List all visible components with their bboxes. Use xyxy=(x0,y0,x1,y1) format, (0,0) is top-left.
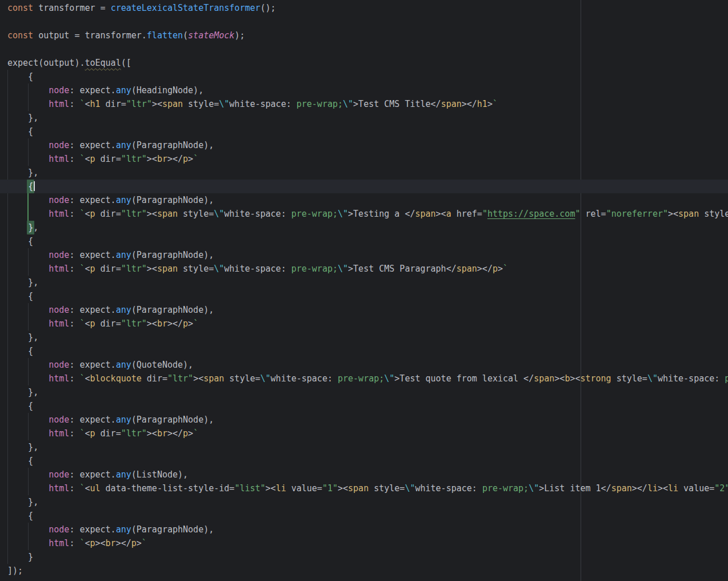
code-token: >< xyxy=(338,483,348,494)
code-line[interactable]: }, xyxy=(0,495,728,509)
code-token xyxy=(7,373,49,384)
code-line[interactable]: node: expect.any(ParagraphNode), xyxy=(0,413,728,427)
code-token: html xyxy=(49,428,69,439)
code-token: : xyxy=(69,483,79,494)
code-line[interactable]: html: `<p dir="ltr"><br></p>` xyxy=(0,317,728,331)
code-line[interactable]: } xyxy=(0,550,728,564)
code-token: html xyxy=(49,373,69,384)
code-token: < xyxy=(85,428,90,439)
code-token: any xyxy=(116,140,131,150)
code-token: "ltr" xyxy=(126,99,152,109)
code-line[interactable]: node: expect.any(HeadingNode), xyxy=(0,83,728,97)
code-token: ` xyxy=(193,154,198,164)
code-token: html xyxy=(49,154,69,164)
code-token xyxy=(7,483,49,494)
code-token: span xyxy=(441,99,462,109)
code-line[interactable]: html: `<p dir="ltr"><br></p>` xyxy=(0,427,728,440)
code-token: p xyxy=(183,319,188,329)
code-token: } xyxy=(7,552,33,562)
code-line[interactable]: html: `<p dir="ltr"><br></p>` xyxy=(0,152,728,166)
code-token: white-space: xyxy=(415,483,482,494)
code-token: >< xyxy=(147,319,157,329)
code-area[interactable]: const transformer = createLexicalStateTr… xyxy=(0,0,728,578)
code-line[interactable]: }, xyxy=(0,440,728,454)
code-token: value= xyxy=(678,483,714,494)
code-token xyxy=(7,469,49,480)
code-line[interactable]: html: `<p dir="ltr"><span style=\"white-… xyxy=(0,262,728,276)
code-token: const xyxy=(7,30,33,41)
code-token: strong xyxy=(580,373,611,384)
code-token: \" xyxy=(261,373,271,384)
code-line[interactable]: html: `<h1 dir="ltr"><span style=\"white… xyxy=(0,97,728,111)
code-line[interactable]: const output = transformer.flatten(state… xyxy=(0,29,728,42)
code-token: br xyxy=(157,154,167,164)
code-line[interactable]: { xyxy=(0,344,728,358)
code-editor[interactable]: const transformer = createLexicalStateTr… xyxy=(0,0,728,581)
code-token: (); xyxy=(261,3,276,13)
code-line[interactable]: }, xyxy=(0,276,728,289)
code-token: span xyxy=(415,209,435,219)
code-token: \" xyxy=(343,99,353,109)
code-line[interactable]: }, xyxy=(0,331,728,344)
code-token: dir= xyxy=(95,264,121,274)
code-line[interactable]: html: `<blockquote dir="ltr"><span style… xyxy=(0,372,728,385)
code-line[interactable]: html: `<p dir="ltr"><span style=\"white-… xyxy=(0,207,728,221)
code-token: any xyxy=(116,85,131,95)
code-token: span xyxy=(457,264,477,274)
code-token: ` xyxy=(193,319,198,329)
code-token: flatten xyxy=(147,30,183,41)
code-token: ` xyxy=(503,264,508,274)
code-token: : expect. xyxy=(69,195,115,205)
code-line[interactable]: expect(output).toEqual([ xyxy=(0,56,728,70)
code-line[interactable] xyxy=(0,42,728,56)
code-token: style= xyxy=(369,483,405,494)
code-line[interactable]: }, xyxy=(0,166,728,180)
code-line[interactable]: { xyxy=(0,509,728,523)
code-token: \" xyxy=(338,264,348,274)
code-token: "noreferrer" xyxy=(606,209,668,219)
code-token: h1 xyxy=(90,99,101,109)
code-line[interactable]: node: expect.any(ParagraphNode), xyxy=(0,248,728,262)
code-line[interactable]: { xyxy=(0,125,728,138)
code-token: node xyxy=(49,469,69,480)
hyperlink-text[interactable]: https://space.com xyxy=(487,209,575,219)
code-line[interactable] xyxy=(0,15,728,29)
code-token: any xyxy=(116,305,131,315)
code-line[interactable]: html: `<ul data-theme-list-style-id="lis… xyxy=(0,481,728,495)
code-token xyxy=(7,305,49,315)
code-token: (ParagraphNode), xyxy=(131,305,214,315)
code-token xyxy=(7,85,49,95)
code-token: }, xyxy=(7,442,38,452)
code-line[interactable]: node: expect.any(ParagraphNode), xyxy=(0,138,728,152)
code-line[interactable]: { xyxy=(0,234,728,248)
code-line[interactable]: node: expect.any(ListNode), xyxy=(0,468,728,481)
code-line-current[interactable]: { xyxy=(0,180,728,193)
code-line[interactable]: }, xyxy=(0,385,728,399)
code-token: style= xyxy=(183,99,219,109)
code-token: ( xyxy=(183,30,188,41)
code-token: createLexicalStateTransformer xyxy=(111,3,261,13)
code-token: dir= xyxy=(95,428,121,439)
code-token: any xyxy=(116,360,131,370)
code-line[interactable]: }, xyxy=(0,111,728,125)
code-token: : xyxy=(69,428,79,439)
code-line[interactable]: { xyxy=(0,454,728,468)
code-line[interactable]: html: `<p><br></p>` xyxy=(0,536,728,550)
code-token: ul xyxy=(90,483,101,494)
code-line[interactable]: node: expect.any(QuoteNode), xyxy=(0,358,728,372)
code-line[interactable]: const transformer = createLexicalStateTr… xyxy=(0,1,728,15)
code-line[interactable]: { xyxy=(0,399,728,413)
code-line[interactable]: node: expect.any(ParagraphNode), xyxy=(0,193,728,207)
code-token xyxy=(7,524,49,535)
code-token: span xyxy=(157,209,178,219)
code-line[interactable]: ]); xyxy=(0,564,728,578)
code-line[interactable]: node: expect.any(ParagraphNode), xyxy=(0,303,728,317)
code-line[interactable]: node: expect.any(ParagraphNode), xyxy=(0,523,728,536)
code-line[interactable]: { xyxy=(0,70,728,83)
code-line[interactable]: }, xyxy=(0,221,728,234)
code-token xyxy=(7,264,49,274)
code-line[interactable]: { xyxy=(0,289,728,303)
code-token: < xyxy=(85,209,90,219)
code-token: (ParagraphNode), xyxy=(131,140,214,150)
code-token: }, xyxy=(7,168,38,178)
